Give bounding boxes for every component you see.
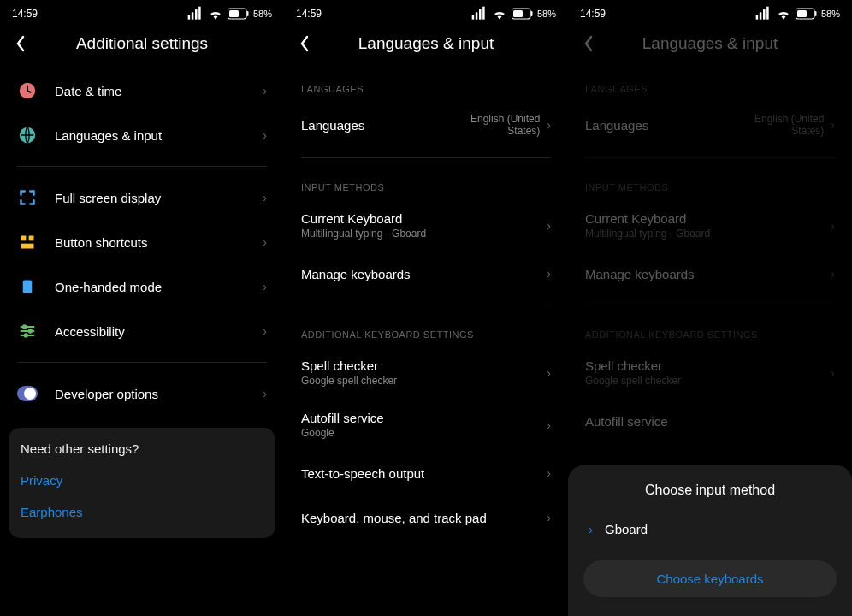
chevron-left-icon (15, 35, 26, 52)
chevron-right-icon: › (547, 466, 551, 480)
phone-icon (17, 276, 38, 297)
row-label: Keyboard, mouse, and track pad (301, 511, 547, 525)
svg-rect-18 (479, 9, 482, 20)
row-label: Text-to-speech output (301, 466, 547, 481)
header: Languages & input (284, 26, 568, 68)
row-label: Full screen display (55, 191, 263, 205)
svg-rect-25 (763, 9, 766, 20)
svg-rect-19 (482, 7, 485, 20)
svg-rect-24 (760, 12, 762, 19)
svg-rect-29 (814, 11, 816, 16)
svg-rect-11 (21, 244, 34, 249)
page-title: Languages & input (580, 34, 840, 53)
signal-icon (470, 5, 488, 22)
row-sub: Multilingual typing - Gboard (585, 228, 831, 240)
sheet-title: Choose input method (583, 483, 837, 498)
clock-icon (17, 80, 38, 101)
svg-rect-5 (229, 10, 239, 17)
row-label: Languages (585, 118, 738, 133)
row-button-shortcuts[interactable]: Button shortcuts› (0, 220, 284, 264)
divider (17, 362, 267, 363)
page-title: Languages & input (296, 34, 556, 53)
divider (585, 157, 835, 158)
divider (585, 305, 835, 305)
header: Additional settings (0, 26, 284, 68)
status-right: 58% (470, 5, 556, 22)
row-spell-checker[interactable]: Spell checker Google spell checker › (284, 346, 568, 399)
row-accessibility[interactable]: Accessibility› (0, 309, 284, 353)
svg-point-14 (29, 329, 32, 332)
battery-icon (512, 8, 534, 20)
row-tts[interactable]: Text-to-speech output› (284, 451, 568, 495)
row-languages[interactable]: Languages English (United States) › (284, 101, 568, 149)
row-one-handed[interactable]: One-handed mode› (0, 264, 284, 309)
choose-keyboards-button[interactable]: Choose keyboards (583, 560, 837, 597)
row-label: Accessibility (55, 324, 263, 339)
row-autofill[interactable]: Autofill service Google › (284, 399, 568, 451)
battery-percent: 58% (537, 9, 556, 19)
svg-rect-0 (188, 15, 191, 20)
status-right: 58% (186, 5, 272, 22)
svg-point-13 (23, 325, 26, 328)
battery-icon (228, 8, 250, 20)
row-label: Manage keyboards (585, 267, 831, 281)
battery-percent: 58% (821, 9, 840, 19)
link-earphones[interactable]: Earphones (21, 496, 263, 528)
row-developer-options[interactable]: Developer options› (0, 371, 284, 416)
row-manage-keyboards: Manage keyboards› (568, 252, 852, 296)
row-value: English (United States) (738, 113, 824, 137)
row-spell-checker: Spell checker Google spell checker › (568, 346, 852, 399)
chevron-right-icon: › (831, 366, 835, 380)
divider (301, 157, 551, 158)
wifi-icon (207, 5, 224, 22)
sheet-option-gboard[interactable]: › Gboard (583, 513, 837, 545)
row-current-keyboard: Current Keyboard Multilingual typing - G… (568, 199, 852, 252)
svg-rect-9 (21, 236, 27, 241)
chevron-left-icon (299, 35, 310, 52)
status-bar: 14:59 58% (568, 0, 852, 26)
row-languages-input[interactable]: Languages & input› (0, 113, 284, 157)
toggle-icon (17, 383, 38, 404)
row-sub: Google spell checker (585, 375, 831, 387)
status-bar: 14:59 58% (284, 0, 568, 26)
row-current-keyboard[interactable]: Current Keyboard Multilingual typing - G… (284, 199, 568, 252)
status-time: 14:59 (12, 8, 38, 20)
row-label: Spell checker (585, 358, 831, 373)
screen-input-method-dialog: 14:59 58% Languages & input LANGUAGES La… (568, 0, 852, 616)
svg-rect-23 (756, 15, 759, 20)
row-label: Current Keyboard (585, 211, 831, 226)
row-date-time[interactable]: Date & time› (0, 68, 284, 113)
back-button[interactable] (299, 35, 310, 52)
row-label: Date & time (55, 84, 263, 98)
row-full-screen[interactable]: Full screen display› (0, 175, 284, 220)
divider (301, 305, 551, 305)
row-label: Autofill service (301, 411, 547, 425)
section-input-methods: INPUT METHODS (284, 167, 568, 199)
row-manage-keyboards[interactable]: Manage keyboards› (284, 252, 568, 296)
section-additional: ADDITIONAL KEYBOARD SETTINGS (568, 314, 852, 346)
chevron-right-icon: › (263, 191, 267, 204)
card-title: Need other settings? (21, 441, 263, 456)
svg-rect-22 (530, 11, 532, 16)
battery-percent: 58% (253, 9, 272, 19)
link-privacy[interactable]: Privacy (21, 465, 263, 496)
svg-point-15 (25, 334, 27, 336)
bottom-sheet: Choose input method › Gboard Choose keyb… (568, 465, 852, 616)
svg-rect-26 (766, 7, 769, 20)
svg-rect-21 (513, 10, 523, 17)
row-kbd-mouse-trackpad[interactable]: Keyboard, mouse, and track pad› (284, 495, 568, 540)
chevron-right-icon: › (831, 219, 835, 233)
chevron-right-icon: › (263, 84, 267, 98)
row-label: Button shortcuts (55, 235, 263, 250)
status-time: 14:59 (580, 8, 606, 20)
svg-rect-2 (195, 9, 198, 20)
row-autofill: Autofill service (568, 399, 852, 443)
check-icon: › (589, 522, 593, 536)
signal-icon (186, 5, 204, 22)
shortcuts-icon (17, 232, 38, 252)
chevron-right-icon: › (831, 118, 835, 132)
row-label: One-handed mode (55, 280, 263, 294)
page-title: Additional settings (12, 34, 272, 53)
row-sub: Google (301, 427, 547, 439)
back-button[interactable] (15, 35, 26, 52)
